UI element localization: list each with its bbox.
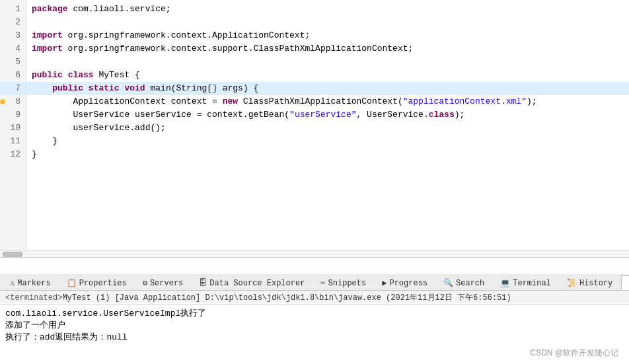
console-output-line: 执行了：add返回结果为：null: [5, 332, 624, 344]
code-line-2: ​: [26, 16, 629, 29]
markers-icon: ⚠: [10, 278, 15, 288]
console-output-line: 添加了一个用户: [5, 320, 624, 332]
progress-icon: ▶: [382, 278, 387, 288]
bottom-tabs: ⚠Markers📋Properties⚙Servers🗄Data Source …: [0, 274, 629, 291]
token: package: [32, 4, 68, 14]
token: new: [223, 96, 238, 106]
history-label: History: [579, 279, 612, 288]
line-number-4: 4: [0, 42, 26, 55]
tab-servers[interactable]: ⚙Servers: [135, 275, 191, 290]
token: com.liaoli.service;: [68, 4, 171, 14]
code-line-6: public class MyTest {: [26, 69, 629, 82]
line-number-10: 10: [0, 122, 26, 135]
token: [83, 83, 89, 93]
code-line-7: public static void main(String[] args) {: [26, 82, 629, 95]
watermark: CSDN @软件开发随心记: [530, 347, 618, 359]
line-number-9: 9: [0, 108, 26, 122]
progress-label: Progress: [389, 279, 427, 288]
console-header: <terminated> MyTest (1) [Java Applicatio…: [0, 291, 629, 305]
token: public: [32, 70, 63, 80]
token: "applicationContext.xml": [403, 96, 527, 106]
token: }: [32, 136, 57, 146]
search-label: Search: [456, 279, 484, 288]
token: main(String[] args) {: [145, 83, 259, 93]
token: import: [32, 30, 63, 40]
line-number-3: 3: [0, 29, 26, 42]
token: );: [455, 110, 465, 120]
terminal-icon: 💻: [500, 278, 510, 288]
tab-terminal[interactable]: 💻Terminal: [493, 275, 558, 290]
code-content[interactable]: package com.liaoli.service;​import org.s…: [26, 0, 629, 250]
properties-icon: 📋: [67, 278, 77, 288]
token: [32, 83, 52, 93]
token: class: [429, 110, 455, 120]
snippets-label: Snippets: [328, 279, 367, 288]
token: class: [68, 70, 94, 80]
terminal-label: Terminal: [513, 279, 551, 288]
line-number-2: 2: [0, 16, 26, 29]
token: public: [52, 83, 83, 93]
token: UserService userService = context.getBea…: [32, 110, 289, 120]
console-output-line: com.liaoli.service.UserServiceImpl执行了: [5, 308, 624, 320]
tab-markers[interactable]: ⚠Markers: [3, 275, 58, 290]
tab-progress[interactable]: ▶Progress: [375, 275, 435, 290]
properties-label: Properties: [79, 279, 127, 288]
tab-snippets[interactable]: ✂Snippets: [313, 275, 373, 290]
servers-label: Servers: [150, 279, 183, 288]
token: org.springframework.context.support.Clas…: [63, 44, 414, 54]
line-number-11: 11: [0, 135, 26, 148]
line-number-7: 7: [0, 82, 26, 95]
code-line-3: import org.springframework.context.Appli…: [26, 29, 629, 42]
tab-properties[interactable]: 📋Properties: [59, 275, 134, 290]
line-number-5: 5: [0, 55, 26, 69]
servers-icon: ⚙: [143, 278, 147, 288]
token: "userService": [289, 110, 356, 120]
code-line-1: package com.liaoli.service;: [26, 3, 629, 16]
line-number-6: 6: [0, 69, 26, 82]
datasource-label: Data Source Explorer: [209, 279, 305, 288]
token: org.springframework.context.ApplicationC…: [63, 30, 310, 40]
token: userService.add();: [32, 123, 166, 133]
token: );: [527, 96, 537, 106]
tab-console[interactable]: 🖥Console✕: [621, 275, 629, 290]
token: , UserService.: [357, 110, 429, 120]
token: ApplicationContext context =: [32, 96, 223, 106]
code-line-9: UserService userService = context.getBea…: [26, 108, 629, 122]
history-icon: 📜: [567, 278, 577, 288]
line-numbers: 123456789101112: [0, 0, 26, 250]
tab-history[interactable]: 📜History: [560, 275, 620, 290]
terminated-label: <terminated>: [5, 293, 62, 303]
line-number-8: 8: [0, 95, 26, 108]
code-editor: 123456789101112 package com.liaoli.servi…: [0, 0, 629, 258]
line-number-1: 1: [0, 3, 26, 16]
token: void: [124, 83, 145, 93]
code-line-4: import org.springframework.context.suppo…: [26, 42, 629, 55]
tab-search[interactable]: 🔍Search: [436, 275, 492, 290]
tab-datasource[interactable]: 🗄Data Source Explorer: [192, 275, 312, 290]
code-line-5: ​: [26, 55, 629, 69]
terminated-description: MyTest (1) [Java Application] D:\vip\too…: [62, 292, 511, 303]
code-line-12: }: [26, 148, 629, 161]
line-number-12: 12: [0, 148, 26, 161]
code-line-10: userService.add();: [26, 122, 629, 135]
token: static: [89, 83, 120, 93]
token: [63, 70, 68, 80]
token: import: [32, 44, 63, 54]
token: ClassPathXmlApplicationContext(: [238, 96, 403, 106]
datasource-icon: 🗄: [199, 278, 207, 288]
token: MyTest {: [94, 70, 140, 80]
code-line-11: }: [26, 135, 629, 148]
token: }: [32, 149, 37, 159]
code-line-8: ApplicationContext context = new ClassPa…: [26, 95, 629, 108]
markers-label: Markers: [17, 279, 50, 288]
horizontal-scrollbar[interactable]: [0, 250, 629, 257]
snippets-icon: ✂: [320, 278, 325, 288]
search-icon: 🔍: [443, 278, 453, 288]
